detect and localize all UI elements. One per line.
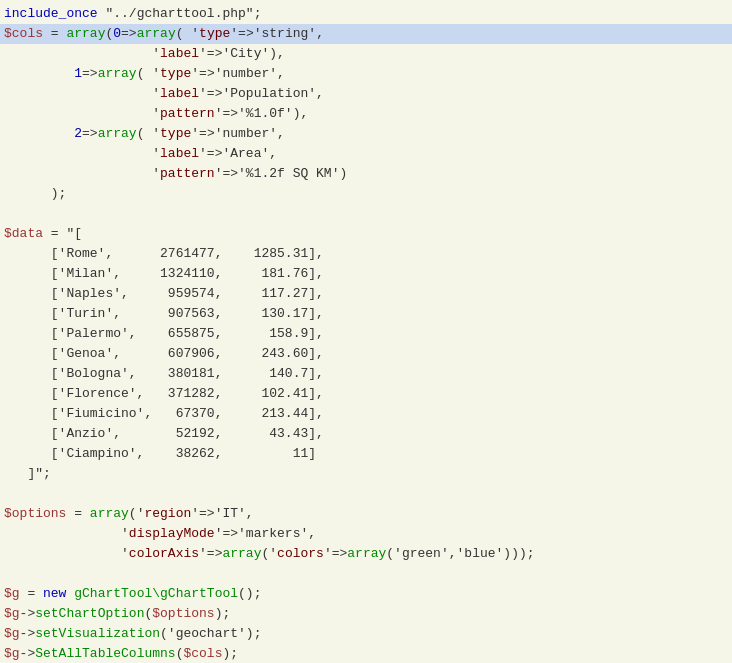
code-line: $cols = array(0=>array( 'type'=>'string'… bbox=[0, 24, 732, 44]
code-line: include_once "../gcharttool.php"; bbox=[0, 4, 732, 24]
code-line: 1=>array( 'type'=>'number', bbox=[0, 64, 732, 84]
code-line: $g = new gChartTool\gChartTool(); bbox=[0, 584, 732, 604]
code-line: ['Ciampino', 38262, 11] bbox=[0, 444, 732, 464]
code-editor: include_once "../gcharttool.php";$cols =… bbox=[0, 0, 732, 663]
code-line: $data = "[ bbox=[0, 224, 732, 244]
code-line: ['Naples', 959574, 117.27], bbox=[0, 284, 732, 304]
code-line: $g->setChartOption($options); bbox=[0, 604, 732, 624]
code-line: 'pattern'=>'%1.0f'), bbox=[0, 104, 732, 124]
code-line: ['Rome', 2761477, 1285.31], bbox=[0, 244, 732, 264]
code-line: ['Anzio', 52192, 43.43], bbox=[0, 424, 732, 444]
code-line: 'pattern'=>'%1.2f SQ KM') bbox=[0, 164, 732, 184]
code-line: $g->setVisualization('geochart'); bbox=[0, 624, 732, 644]
code-line: ['Turin', 907563, 130.17], bbox=[0, 304, 732, 324]
code-line: ['Florence', 371282, 102.41], bbox=[0, 384, 732, 404]
code-line: $g->SetAllTableColumns($cols); bbox=[0, 644, 732, 663]
code-line: ['Fiumicino', 67370, 213.44], bbox=[0, 404, 732, 424]
code-line: ); bbox=[0, 184, 732, 204]
code-line: 'label'=>'City'), bbox=[0, 44, 732, 64]
code-line: 'displayMode'=>'markers', bbox=[0, 524, 732, 544]
code-line: 2=>array( 'type'=>'number', bbox=[0, 124, 732, 144]
code-line: 'label'=>'Area', bbox=[0, 144, 732, 164]
code-line: ]"; bbox=[0, 464, 732, 484]
code-line: 'colorAxis'=>array('colors'=>array('gree… bbox=[0, 544, 732, 564]
code-line: ['Palermo', 655875, 158.9], bbox=[0, 324, 732, 344]
code-line bbox=[0, 204, 732, 224]
code-line: ['Bologna', 380181, 140.7], bbox=[0, 364, 732, 384]
code-line: ['Genoa', 607906, 243.60], bbox=[0, 344, 732, 364]
code-line: ['Milan', 1324110, 181.76], bbox=[0, 264, 732, 284]
code-line bbox=[0, 564, 732, 584]
code-line: 'label'=>'Population', bbox=[0, 84, 732, 104]
code-line bbox=[0, 484, 732, 504]
code-line: $options = array('region'=>'IT', bbox=[0, 504, 732, 524]
